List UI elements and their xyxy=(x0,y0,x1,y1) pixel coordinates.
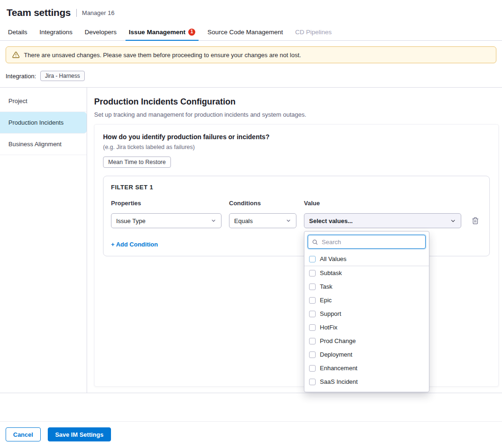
tab-developers[interactable]: Developers xyxy=(79,23,123,40)
tab-integrations[interactable]: Integrations xyxy=(33,23,79,40)
tab-bar: Details Integrations Developers Issue Ma… xyxy=(0,23,502,41)
option-all-values[interactable]: All Values xyxy=(304,252,429,266)
tab-issue-management[interactable]: Issue Management 1 xyxy=(123,23,201,40)
option-label: Task xyxy=(320,283,332,290)
unsaved-changes-banner: There are unsaved changes. Please save t… xyxy=(6,46,496,63)
option-hotfix[interactable]: HotFix xyxy=(304,321,429,334)
checkbox-icon[interactable] xyxy=(309,392,316,393)
option-customer-notification[interactable]: Customer Notification xyxy=(304,388,429,392)
checkbox-icon[interactable] xyxy=(309,297,316,304)
sidebar-item-production-incidents[interactable]: Production Incidents xyxy=(0,112,87,134)
page-title: Team settings xyxy=(7,7,71,18)
checkbox-icon[interactable] xyxy=(309,270,316,276)
tab-source-code-management[interactable]: Source Code Management xyxy=(201,23,289,40)
filter-set-1: FILTER SET 1 Properties Conditions Value… xyxy=(103,176,490,256)
option-support[interactable]: Support xyxy=(304,307,429,321)
mean-time-to-restore-chip[interactable]: Mean Time to Restore xyxy=(103,157,171,168)
option-label: Support xyxy=(320,310,341,317)
option-deployment[interactable]: Deployment xyxy=(304,348,429,361)
chevron-down-icon xyxy=(286,218,291,224)
tab-cd-pipelines: CD Pipelines xyxy=(289,23,338,40)
checkbox-icon[interactable] xyxy=(309,311,316,317)
warning-icon xyxy=(12,51,20,59)
checkbox-icon[interactable] xyxy=(309,284,316,290)
tab-label: Details xyxy=(8,29,27,36)
chevron-down-icon xyxy=(450,218,456,224)
incidents-config-card: How do you identify production failures … xyxy=(94,124,499,387)
tab-label: Source Code Management xyxy=(207,29,283,36)
value-multiselect[interactable]: Select values... xyxy=(304,213,461,228)
tab-label: CD Pipelines xyxy=(295,29,332,36)
page-subtitle: Manager 16 xyxy=(76,9,114,17)
value-dropdown-panel: All Values Subtask Task xyxy=(304,231,429,392)
property-select[interactable]: Issue Type xyxy=(111,213,221,228)
sidebar-item-business-alignment[interactable]: Business Alignment xyxy=(0,134,87,155)
condition-select-value: Equals xyxy=(234,217,253,224)
option-label: SaaS Incident xyxy=(320,378,358,385)
option-enhancement[interactable]: Enhancement xyxy=(304,361,429,375)
integration-label: Integration: xyxy=(6,73,36,80)
option-label: All Values xyxy=(320,255,347,262)
filter-set-title: FILTER SET 1 xyxy=(111,184,482,191)
dropdown-search-box xyxy=(308,235,426,249)
integration-chip[interactable]: Jira - Harness xyxy=(40,71,85,81)
column-header-value: Value xyxy=(304,200,461,207)
tab-label: Integrations xyxy=(39,29,73,36)
option-label: Customer Notification xyxy=(320,392,378,392)
option-task[interactable]: Task xyxy=(304,280,429,293)
content-area: Project Production Incidents Business Al… xyxy=(0,87,502,393)
config-hint: (e.g. Jira tickets labeled as failures) xyxy=(103,144,490,150)
value-select-wrapper: Select values... xyxy=(304,213,461,228)
condition-select[interactable]: Equals xyxy=(229,213,296,228)
option-label: Enhancement xyxy=(320,365,357,372)
main-panel: Production Incidents Configuration Set u… xyxy=(87,88,502,393)
tab-label: Developers xyxy=(85,29,117,36)
settings-sidebar: Project Production Incidents Business Al… xyxy=(0,88,87,393)
delete-filter-row-button[interactable] xyxy=(469,214,482,227)
dropdown-search-input[interactable] xyxy=(321,238,421,246)
tab-label: Issue Management xyxy=(129,29,185,36)
config-question: How do you identify production failures … xyxy=(103,133,490,141)
option-label: Deployment xyxy=(320,351,352,358)
chevron-down-icon xyxy=(211,218,216,224)
value-select-placeholder: Select values... xyxy=(309,217,353,224)
search-icon xyxy=(312,239,318,245)
option-saas-incident[interactable]: SaaS Incident xyxy=(304,375,429,388)
checkbox-icon[interactable] xyxy=(309,351,316,358)
option-label: HotFix xyxy=(320,324,338,331)
option-label: Prod Change xyxy=(320,337,356,344)
option-label: Subtask xyxy=(320,269,342,276)
option-subtask[interactable]: Subtask xyxy=(304,266,429,280)
option-epic[interactable]: Epic xyxy=(304,293,429,307)
property-select-value: Issue Type xyxy=(116,217,146,224)
checkbox-icon[interactable] xyxy=(309,338,316,344)
page-header: Team settings Manager 16 xyxy=(0,0,502,23)
column-header-conditions: Conditions xyxy=(229,200,296,207)
page-footer: Cancel Save IM Settings xyxy=(0,421,502,448)
checkbox-icon[interactable] xyxy=(309,365,316,372)
section-subtitle: Set up tracking and management for produ… xyxy=(94,111,499,118)
column-header-properties: Properties xyxy=(111,200,221,207)
unsaved-count-badge: 1 xyxy=(188,29,195,36)
integration-row: Integration: Jira - Harness xyxy=(6,71,496,81)
section-title: Production Incidents Configuration xyxy=(94,97,499,107)
option-label: Epic xyxy=(320,297,332,304)
checkbox-icon[interactable] xyxy=(309,256,316,262)
filter-grid: Properties Conditions Value Issue Type E… xyxy=(111,200,482,228)
sidebar-item-project[interactable]: Project xyxy=(0,90,87,112)
option-prod-change[interactable]: Prod Change xyxy=(304,334,429,348)
checkbox-icon[interactable] xyxy=(309,324,316,331)
add-condition-button[interactable]: + Add Condition xyxy=(111,241,158,248)
cancel-button[interactable]: Cancel xyxy=(6,427,41,441)
dropdown-options-list: Subtask Task Epic xyxy=(304,266,429,392)
checkbox-icon[interactable] xyxy=(309,379,316,385)
banner-text: There are unsaved changes. Please save t… xyxy=(24,52,301,59)
tab-details[interactable]: Details xyxy=(2,23,33,40)
save-im-settings-button[interactable]: Save IM Settings xyxy=(48,427,111,441)
